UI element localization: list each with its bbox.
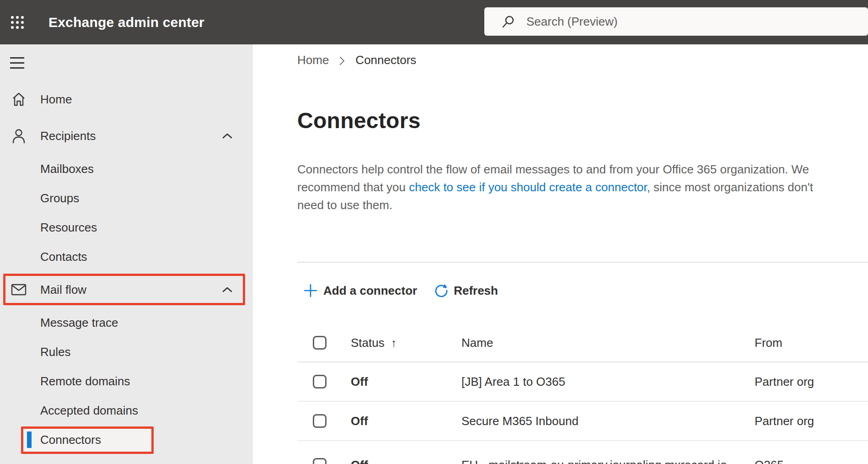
sidebar-item-label: Remote domains [40,374,130,388]
sidebar-item-rules[interactable]: Rules [0,337,253,367]
status-value: Off [351,414,368,428]
person-icon [11,128,27,144]
description-text: since most organizations don't [650,180,813,194]
add-connector-label: Add a connector [323,284,417,298]
sidebar-item-label: Contacts [40,250,87,264]
top-app-bar: Exchange admin center [0,0,868,44]
row-checkbox[interactable] [313,375,327,388]
sidebar-item-label: Home [40,92,72,107]
chevron-up-icon[interactable] [222,286,233,293]
search-input[interactable] [526,15,868,29]
sidebar-item-remote-domains[interactable]: Remote domains [0,367,253,396]
annotation-box-mail-flow [3,274,245,305]
table-row[interactable]: Off [JB] Area 1 to O365 Partner org [297,362,868,402]
global-search-box[interactable] [484,7,868,36]
sort-ascending-icon: ↑ [391,336,397,349]
breadcrumb-current: Connectors [355,53,416,67]
sidebar-item-connectors-selected[interactable]: Connectors [0,425,253,454]
sidebar-item-label: Mail flow [40,283,86,297]
description-line: Connectors help control the flow of emai… [297,161,864,178]
main-content: Home Connectors Connectors Connectors he… [253,44,868,464]
sidebar-item-home[interactable]: Home [0,81,253,118]
sidebar-item-label: Mailboxes [40,162,94,176]
connector-name-link[interactable]: Secure M365 Inbound [461,414,579,428]
refresh-icon [434,283,449,298]
sidebar-item-groups[interactable]: Groups [0,183,253,213]
sidebar-item-label: Recipients [40,129,96,143]
waffle-icon [10,15,25,30]
exchange-admin-center-screen: Exchange admin center [0,0,868,464]
create-connector-help-link[interactable]: check to see if you should create a conn… [409,180,650,194]
connector-name-link[interactable]: [JB] Area 1 to O365 [461,375,565,389]
row-checkbox[interactable] [313,414,327,428]
plus-icon [303,283,318,298]
selected-item-indicator [27,432,32,448]
sidebar-item-message-trace[interactable]: Message trace [0,308,253,337]
left-navigation: Home Recipients Mailboxes Groups Reso [0,44,253,464]
column-header-status[interactable]: Status [351,335,385,349]
from-value: O365 [755,458,784,464]
sidebar-item-label: Rules [40,345,70,359]
table-row[interactable]: Off Secure M365 Inbound Partner org [297,402,868,441]
status-value: Off [351,375,368,389]
sidebar-item-resources[interactable]: Resources [0,213,253,242]
sidebar-item-recipients[interactable]: Recipients [0,118,253,154]
home-icon [11,92,27,107]
column-header-name[interactable]: Name [461,335,493,349]
sidebar-item-label: Message trace [40,316,118,330]
add-connector-button[interactable]: Add a connector [303,283,417,298]
sidebar-item-label: Resources [40,221,97,235]
refresh-label: Refresh [454,284,498,298]
app-launcher-waffle-icon[interactable] [9,14,26,31]
page-description: Connectors help control the flow of emai… [297,161,864,214]
connectors-table: Status↑ Name From Off [JB] Area 1 to O36… [297,324,868,464]
page-title: Connectors [297,108,421,133]
breadcrumb-home-link[interactable]: Home [297,53,329,67]
command-bar: Add a connector Refresh [297,275,498,306]
app-title: Exchange admin center [48,0,204,44]
toolbar-divider [297,262,868,263]
sidebar-item-accepted-domains[interactable]: Accepted domains [0,396,253,425]
hamburger-menu-icon[interactable] [10,55,25,70]
sidebar-item-label: Connectors [40,433,101,447]
select-all-checkbox[interactable] [313,336,327,350]
chevron-right-icon [339,56,345,66]
sidebar-item-label: Accepted domains [40,404,138,418]
nav-collapse-row [0,44,253,81]
connector-name-link[interactable]: EU - mailstream-eu-primary.journaling.mx… [461,458,727,464]
sidebar-item-mail-flow[interactable]: Mail flow [0,271,253,308]
mail-icon [11,284,27,296]
refresh-button[interactable]: Refresh [434,283,498,298]
description-text: recommend that you [297,180,409,194]
row-checkbox[interactable] [313,458,327,464]
table-row[interactable]: Off EU - mailstream-eu-primary.journalin… [297,441,868,464]
chevron-up-icon[interactable] [222,133,233,139]
column-header-from[interactable]: From [755,335,782,349]
description-line: recommend that you check to see if you s… [297,178,864,196]
search-icon [502,15,515,28]
sidebar-item-label: Groups [40,191,79,205]
sidebar-item-mailboxes[interactable]: Mailboxes [0,154,253,183]
from-value: Partner org [755,375,814,389]
breadcrumb: Home Connectors [297,53,416,67]
sidebar-item-contacts[interactable]: Contacts [0,242,253,271]
status-value: Off [351,458,368,464]
description-line: need to use them. [297,196,864,214]
from-value: Partner org [755,414,814,428]
table-header-row: Status↑ Name From [297,324,868,362]
